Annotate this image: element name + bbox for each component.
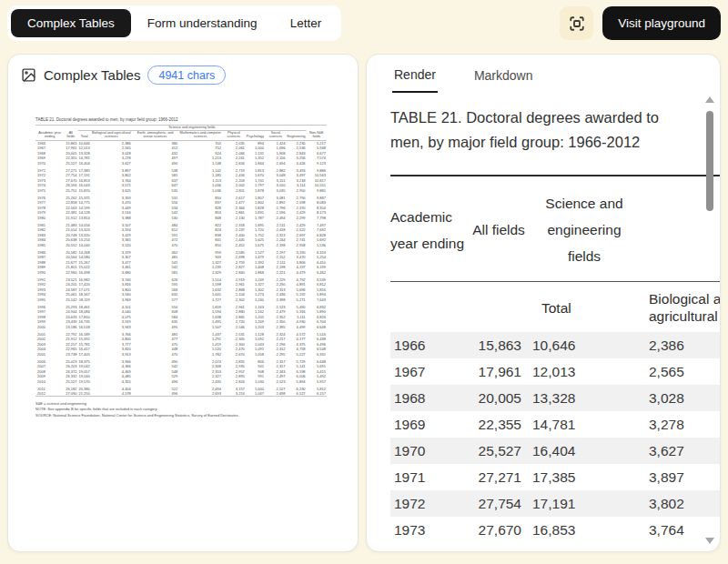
- scan-cell: 24,205: [64, 282, 77, 287]
- scan-cell: 25,023: [64, 358, 77, 364]
- scan-col-header: Psychology: [246, 131, 265, 141]
- scan-cell: 27,090: [64, 391, 77, 397]
- scan-cell: 1,047: [246, 391, 265, 397]
- tab-letter[interactable]: Letter: [274, 9, 339, 37]
- scan-cell: 23,738: [64, 351, 77, 357]
- scan-cell: 14,775: [78, 200, 91, 206]
- scan-cell: 26,372: [64, 368, 77, 374]
- scan-cell: 13,814: [78, 215, 91, 220]
- tab-form-understanding[interactable]: Form understanding: [131, 9, 274, 37]
- scan-cell: 21,014: [64, 227, 77, 233]
- table-row: 197227,75417,1913,802: [390, 490, 720, 517]
- table-cell: 25,527: [467, 438, 531, 464]
- tab-markdown[interactable]: Markdown: [472, 67, 535, 93]
- scan-cell: 20,748: [64, 232, 77, 237]
- scan-cell: 22,381: [64, 210, 77, 216]
- scan-cell: 19,040: [78, 374, 91, 379]
- scan-cell: 14,781: [78, 156, 91, 161]
- table-row: 196717,96112,0132,565: [390, 358, 720, 385]
- scan-table: Science and engineering fields Academic …: [35, 126, 327, 397]
- scan-cell: 25,527: [64, 378, 77, 384]
- scroll-up-icon[interactable]: [705, 96, 714, 103]
- table-cell: 1970: [390, 438, 467, 464]
- scan-col-header: Social sciences: [265, 131, 287, 141]
- scan-cell: 18,375: [78, 358, 91, 364]
- scroll-down-icon[interactable]: [705, 538, 714, 544]
- scan-cell: 16,982: [78, 277, 91, 282]
- scan-cell: 22,563: [64, 205, 77, 210]
- table-cell: 17,961: [467, 358, 531, 385]
- source-panel: Complex Tables 4941 chars TABLE 21. Doct…: [7, 54, 359, 552]
- render-area[interactable]: TABLE 21. Doctoral degrees awarded to me…: [367, 93, 720, 542]
- scan-cell: 20,564: [64, 255, 77, 260]
- table-cell: 20,005: [467, 385, 531, 411]
- scan-cell: 25,061: [64, 292, 77, 297]
- scan-cell: 6,527: [287, 391, 307, 397]
- scan-cell: 15,863: [64, 140, 77, 146]
- col-header-total: Total: [531, 282, 638, 333]
- scan-cell: 15,375: [78, 195, 91, 200]
- scan-cell: 20,552: [64, 242, 77, 247]
- scan-cell: 21,250: [78, 391, 91, 397]
- table-cell: 17,191: [531, 490, 638, 517]
- scan-cell: 26,332: [64, 374, 77, 379]
- table-cell: 1967: [390, 358, 467, 385]
- table-cell: 1971: [390, 464, 467, 490]
- scan-doc-title: TABLE 21. Doctoral degrees awarded to me…: [35, 117, 336, 122]
- scan-cell: 24,633: [64, 314, 77, 319]
- table-cell: 13,328: [531, 385, 638, 411]
- scan-cell: 14,128: [78, 210, 91, 216]
- scan-cell: 22,960: [64, 269, 77, 275]
- scan-cell: 27,670: [64, 177, 77, 183]
- table-row: 196922,35514,7813,278: [390, 411, 720, 438]
- scan-cell: 24,587: [64, 287, 77, 292]
- topbar-actions: Visit playground: [560, 6, 721, 40]
- scan-cell: 26,594: [64, 183, 77, 188]
- source-panel-header: Complex Tables 4941 chars: [8, 55, 358, 90]
- tab-complex-tables[interactable]: Complex Tables: [11, 9, 131, 37]
- scan-cell: 22,355: [64, 156, 77, 161]
- scan-cell: 24,944: [64, 309, 77, 315]
- scan-col-header: Physical sciences: [222, 131, 246, 141]
- scan-cell: 17,191: [78, 173, 91, 178]
- scan-cell: 19,570: [78, 378, 91, 384]
- scan-cell: 12,013: [78, 146, 91, 151]
- table-row: 196615,86310,6462,386: [390, 332, 720, 358]
- scan-cell: 14,040: [78, 242, 91, 247]
- scan-cell: 17,810: [78, 314, 91, 319]
- char-count-badge: 4941 chars: [147, 65, 226, 85]
- scan-cell: 16,518: [78, 324, 91, 329]
- scan-col-header: Academic year ending: [35, 131, 64, 141]
- table-cell: 1966: [390, 332, 467, 358]
- scan-cell: 20,582: [64, 249, 77, 255]
- scan-cell: 25,293: [64, 304, 77, 309]
- scan-cell: 16,417: [78, 347, 91, 352]
- tab-render[interactable]: Render: [392, 67, 438, 93]
- scan-cell: 14,268: [78, 249, 91, 255]
- source-title: Complex Tables: [44, 67, 140, 83]
- visit-playground-button[interactable]: Visit playground: [602, 6, 721, 40]
- scan-row: 201227,09021,2504,5784962,6933,2141,0472…: [35, 391, 327, 397]
- scan-cell: 19,057: [78, 368, 91, 374]
- scan-button[interactable]: [560, 6, 593, 40]
- example-tab-group: Complex Tables Form understanding Letter: [7, 5, 341, 41]
- scan-cell: 16,189: [78, 331, 91, 337]
- scan-cell: 2,698: [265, 391, 287, 397]
- table-row: 196820,00513,3283,028: [390, 385, 720, 411]
- table-cell: 1972: [390, 490, 467, 517]
- scan-cell: 17,405: [78, 351, 91, 357]
- scanned-document: TABLE 21. Doctoral degrees awarded to me…: [35, 117, 336, 418]
- table-cell: 14,781: [531, 411, 638, 438]
- table-cell: 12,013: [531, 358, 638, 385]
- scan-cell: 14,056: [78, 222, 91, 227]
- topbar: Complex Tables Form understanding Letter…: [0, 0, 728, 45]
- scan-cell: 15,267: [78, 259, 91, 265]
- scan-col-header: All fields: [64, 131, 77, 141]
- table-cell: 27,754: [467, 490, 531, 517]
- scan-cell: 13,254: [78, 237, 91, 243]
- scan-cell: 26,203: [64, 364, 77, 369]
- table-row: 197327,67016,8533,764: [390, 517, 720, 542]
- scan-cell: 16,404: [78, 160, 91, 166]
- table-cell: 15,863: [467, 332, 531, 358]
- scrollbar-thumb[interactable]: [706, 111, 713, 211]
